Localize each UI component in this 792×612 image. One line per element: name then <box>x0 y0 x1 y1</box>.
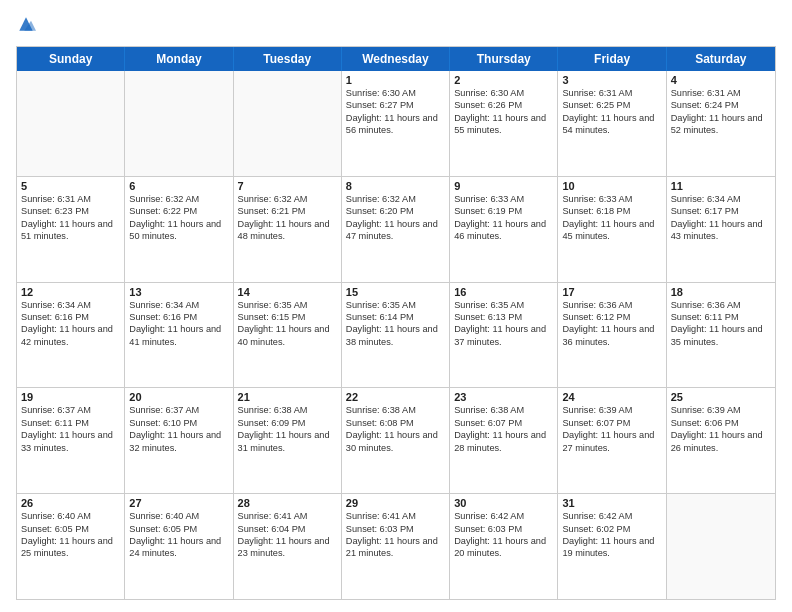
sunset-text: Sunset: 6:07 PM <box>454 417 553 429</box>
day-number: 21 <box>238 391 337 403</box>
day-number: 8 <box>346 180 445 192</box>
cal-cell-11: 11Sunrise: 6:34 AMSunset: 6:17 PMDayligh… <box>667 177 775 282</box>
sunrise-text: Sunrise: 6:32 AM <box>346 193 445 205</box>
week-row-4: 19Sunrise: 6:37 AMSunset: 6:11 PMDayligh… <box>17 388 775 494</box>
cal-cell-27: 27Sunrise: 6:40 AMSunset: 6:05 PMDayligh… <box>125 494 233 599</box>
day-number: 18 <box>671 286 771 298</box>
sunset-text: Sunset: 6:11 PM <box>21 417 120 429</box>
day-number: 22 <box>346 391 445 403</box>
day-number: 13 <box>129 286 228 298</box>
sunrise-text: Sunrise: 6:39 AM <box>671 404 771 416</box>
day-number: 12 <box>21 286 120 298</box>
sunrise-text: Sunrise: 6:34 AM <box>129 299 228 311</box>
sunset-text: Sunset: 6:16 PM <box>129 311 228 323</box>
sunset-text: Sunset: 6:26 PM <box>454 99 553 111</box>
day-number: 9 <box>454 180 553 192</box>
sunset-text: Sunset: 6:07 PM <box>562 417 661 429</box>
col-header-monday: Monday <box>125 47 233 71</box>
daylight-text: Daylight: 11 hours and 51 minutes. <box>21 218 120 243</box>
cal-cell-28: 28Sunrise: 6:41 AMSunset: 6:04 PMDayligh… <box>234 494 342 599</box>
cal-cell-17: 17Sunrise: 6:36 AMSunset: 6:12 PMDayligh… <box>558 283 666 388</box>
day-number: 17 <box>562 286 661 298</box>
cal-cell-empty-w4c6 <box>667 494 775 599</box>
col-header-tuesday: Tuesday <box>234 47 342 71</box>
day-number: 5 <box>21 180 120 192</box>
sunset-text: Sunset: 6:13 PM <box>454 311 553 323</box>
cal-cell-empty-w0c2 <box>234 71 342 176</box>
day-number: 1 <box>346 74 445 86</box>
day-number: 10 <box>562 180 661 192</box>
sunrise-text: Sunrise: 6:32 AM <box>238 193 337 205</box>
sunset-text: Sunset: 6:05 PM <box>21 523 120 535</box>
sunset-text: Sunset: 6:22 PM <box>129 205 228 217</box>
daylight-text: Daylight: 11 hours and 35 minutes. <box>671 323 771 348</box>
daylight-text: Daylight: 11 hours and 27 minutes. <box>562 429 661 454</box>
daylight-text: Daylight: 11 hours and 37 minutes. <box>454 323 553 348</box>
cal-cell-7: 7Sunrise: 6:32 AMSunset: 6:21 PMDaylight… <box>234 177 342 282</box>
daylight-text: Daylight: 11 hours and 47 minutes. <box>346 218 445 243</box>
daylight-text: Daylight: 11 hours and 30 minutes. <box>346 429 445 454</box>
daylight-text: Daylight: 11 hours and 43 minutes. <box>671 218 771 243</box>
day-number: 27 <box>129 497 228 509</box>
day-number: 3 <box>562 74 661 86</box>
daylight-text: Daylight: 11 hours and 24 minutes. <box>129 535 228 560</box>
day-number: 23 <box>454 391 553 403</box>
day-number: 26 <box>21 497 120 509</box>
sunrise-text: Sunrise: 6:34 AM <box>671 193 771 205</box>
sunset-text: Sunset: 6:05 PM <box>129 523 228 535</box>
day-number: 7 <box>238 180 337 192</box>
daylight-text: Daylight: 11 hours and 41 minutes. <box>129 323 228 348</box>
day-number: 31 <box>562 497 661 509</box>
day-number: 30 <box>454 497 553 509</box>
sunrise-text: Sunrise: 6:33 AM <box>454 193 553 205</box>
sunset-text: Sunset: 6:27 PM <box>346 99 445 111</box>
daylight-text: Daylight: 11 hours and 45 minutes. <box>562 218 661 243</box>
col-header-wednesday: Wednesday <box>342 47 450 71</box>
sunset-text: Sunset: 6:23 PM <box>21 205 120 217</box>
cal-cell-23: 23Sunrise: 6:38 AMSunset: 6:07 PMDayligh… <box>450 388 558 493</box>
sunrise-text: Sunrise: 6:42 AM <box>562 510 661 522</box>
sunset-text: Sunset: 6:16 PM <box>21 311 120 323</box>
sunrise-text: Sunrise: 6:40 AM <box>129 510 228 522</box>
header <box>16 12 776 38</box>
cal-cell-15: 15Sunrise: 6:35 AMSunset: 6:14 PMDayligh… <box>342 283 450 388</box>
cal-cell-25: 25Sunrise: 6:39 AMSunset: 6:06 PMDayligh… <box>667 388 775 493</box>
sunrise-text: Sunrise: 6:35 AM <box>238 299 337 311</box>
daylight-text: Daylight: 11 hours and 38 minutes. <box>346 323 445 348</box>
cal-cell-29: 29Sunrise: 6:41 AMSunset: 6:03 PMDayligh… <box>342 494 450 599</box>
cal-cell-3: 3Sunrise: 6:31 AMSunset: 6:25 PMDaylight… <box>558 71 666 176</box>
daylight-text: Daylight: 11 hours and 31 minutes. <box>238 429 337 454</box>
calendar-header: SundayMondayTuesdayWednesdayThursdayFrid… <box>17 47 775 71</box>
sunrise-text: Sunrise: 6:38 AM <box>238 404 337 416</box>
daylight-text: Daylight: 11 hours and 20 minutes. <box>454 535 553 560</box>
cal-cell-14: 14Sunrise: 6:35 AMSunset: 6:15 PMDayligh… <box>234 283 342 388</box>
cal-cell-1: 1Sunrise: 6:30 AMSunset: 6:27 PMDaylight… <box>342 71 450 176</box>
col-header-saturday: Saturday <box>667 47 775 71</box>
cal-cell-22: 22Sunrise: 6:38 AMSunset: 6:08 PMDayligh… <box>342 388 450 493</box>
sunrise-text: Sunrise: 6:38 AM <box>346 404 445 416</box>
col-header-sunday: Sunday <box>17 47 125 71</box>
sunset-text: Sunset: 6:09 PM <box>238 417 337 429</box>
sunrise-text: Sunrise: 6:41 AM <box>238 510 337 522</box>
day-number: 2 <box>454 74 553 86</box>
day-number: 20 <box>129 391 228 403</box>
sunrise-text: Sunrise: 6:31 AM <box>562 87 661 99</box>
sunset-text: Sunset: 6:17 PM <box>671 205 771 217</box>
daylight-text: Daylight: 11 hours and 25 minutes. <box>21 535 120 560</box>
sunrise-text: Sunrise: 6:33 AM <box>562 193 661 205</box>
logo <box>16 12 38 38</box>
daylight-text: Daylight: 11 hours and 26 minutes. <box>671 429 771 454</box>
daylight-text: Daylight: 11 hours and 23 minutes. <box>238 535 337 560</box>
sunset-text: Sunset: 6:18 PM <box>562 205 661 217</box>
daylight-text: Daylight: 11 hours and 40 minutes. <box>238 323 337 348</box>
daylight-text: Daylight: 11 hours and 50 minutes. <box>129 218 228 243</box>
sunset-text: Sunset: 6:03 PM <box>454 523 553 535</box>
day-number: 4 <box>671 74 771 86</box>
page: SundayMondayTuesdayWednesdayThursdayFrid… <box>0 0 792 612</box>
sunset-text: Sunset: 6:10 PM <box>129 417 228 429</box>
sunrise-text: Sunrise: 6:34 AM <box>21 299 120 311</box>
cal-cell-5: 5Sunrise: 6:31 AMSunset: 6:23 PMDaylight… <box>17 177 125 282</box>
cal-cell-12: 12Sunrise: 6:34 AMSunset: 6:16 PMDayligh… <box>17 283 125 388</box>
sunset-text: Sunset: 6:19 PM <box>454 205 553 217</box>
daylight-text: Daylight: 11 hours and 21 minutes. <box>346 535 445 560</box>
